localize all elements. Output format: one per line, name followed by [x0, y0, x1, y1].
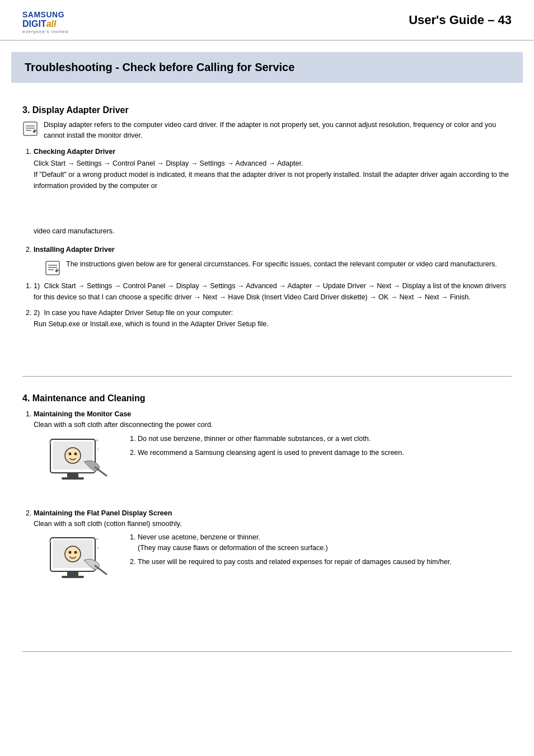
maint-item-2-title: Maintaining the Flat Panel Display Scree…: [34, 509, 172, 517]
header: SAMSUNG DIGITall everyone's Invited User…: [0, 0, 534, 41]
svg-text:✦: ✦: [95, 438, 99, 443]
maint-item-1-subtitle: Clean with a soft cloth after disconnect…: [34, 421, 213, 429]
note-icon-1: [22, 121, 38, 137]
digitall-logo-text: DIGITall: [22, 19, 68, 29]
bullet-2-2: The user will be required to pay costs a…: [138, 557, 452, 567]
main-content: 3. Display Adapter Driver Display adapte…: [0, 83, 534, 756]
item-2-note-text: The instructions given below are for gen…: [66, 259, 497, 270]
section-3: 3. Display Adapter Driver Display adapte…: [22, 105, 512, 330]
section-3-title: 3. Display Adapter Driver: [22, 105, 512, 115]
logo-area: SAMSUNG DIGITall everyone's Invited: [22, 10, 68, 34]
svg-rect-0: [24, 122, 37, 135]
guide-label: User's Guide: [409, 13, 484, 27]
svg-point-24: [69, 551, 72, 554]
item-1-content: Click Start → Settings → Control Panel →…: [34, 158, 512, 236]
maintenance-item-2: Maintaining the Flat Panel Display Scree…: [34, 508, 512, 589]
item-1-extra: video card manufacturers.: [34, 226, 512, 237]
subitem-2-1-text: Click Start → Settings → Control Panel →…: [34, 282, 506, 301]
maint-item-1-bullets: Do not use benzene, thinner or other fla…: [129, 434, 404, 462]
maint-item-2-content: ✦ ✦ ✦ Never use acetone, benzene or thin…: [34, 532, 512, 588]
item-2-sublist: 1) Click Start → Settings → Control Pane…: [34, 280, 512, 330]
svg-point-13: [65, 448, 81, 463]
section-3-item-2: Installing Adapter Driver The instru: [34, 245, 512, 330]
section-4-title: 4. Maintenance and Cleaning: [22, 393, 512, 403]
section-3-list: Checking Adapter Driver Click Start → Se…: [22, 147, 512, 330]
monitor-illustration-2: ✦ ✦ ✦: [45, 532, 118, 588]
svg-point-25: [74, 551, 77, 554]
tagline-text: everyone's Invited: [22, 29, 68, 34]
section-divider-2: [22, 651, 512, 652]
all-italic: all: [46, 19, 57, 29]
bullet-1-2: We recommend a Samsung cleansing agent i…: [138, 448, 404, 458]
note-icon-2: [45, 260, 60, 276]
subitem-2-1-num: 1): [34, 282, 40, 290]
page-title: Troubleshooting - Check before Calling f…: [25, 61, 509, 74]
footer-space: [22, 669, 512, 756]
page-container: SAMSUNG DIGITall everyone's Invited User…: [0, 0, 534, 756]
subitem-2-2: 2) In case you have Adapter Driver Setup…: [34, 307, 512, 330]
section-divider-1: [22, 376, 512, 377]
svg-rect-22: [62, 576, 84, 578]
section-3-note-text: Display adapter refers to the computer v…: [44, 120, 512, 141]
subitem-2-2-text: In case you have Adapter Driver Setup fi…: [34, 309, 269, 328]
maint-item-2-subtitle: Clean with a soft cloth (cotton flannel)…: [34, 520, 181, 528]
page-number: 43: [498, 13, 512, 27]
item-1-title: Checking Adapter Driver: [34, 148, 115, 156]
svg-text:✦: ✦: [48, 538, 52, 544]
svg-text:✦: ✦: [95, 537, 99, 542]
samsung-logo-text: SAMSUNG: [22, 10, 68, 19]
bullet-1-1: Do not use benzene, thinner or other fla…: [138, 434, 404, 444]
subitem-2-2-num: 2): [34, 309, 40, 317]
svg-rect-5: [46, 261, 59, 275]
item-1-text-1: Click Start → Settings → Control Panel →…: [34, 158, 512, 191]
svg-text:✦: ✦: [48, 440, 52, 446]
svg-rect-12: [62, 477, 84, 480]
item-2-note-row: The instructions given below are for gen…: [34, 259, 512, 276]
section-3-item-1: Checking Adapter Driver Click Start → Se…: [34, 147, 512, 237]
header-title: User's Guide – 43: [409, 13, 512, 27]
maintenance-item-1: Maintaining the Monitor Case Clean with …: [34, 409, 512, 490]
svg-text:✦: ✦: [96, 448, 99, 451]
maint-item-1-content: ✦ ✦ ✦ Do not use benzene, thinner or oth…: [34, 434, 512, 490]
monitor-illustration-1: ✦ ✦ ✦: [45, 434, 118, 490]
bullet-2-1: Never use acetone, benzene or thinner.(T…: [138, 532, 452, 553]
maint-item-2-bullets: Never use acetone, benzene or thinner.(T…: [129, 532, 452, 570]
page-title-bar: Troubleshooting - Check before Calling f…: [11, 52, 523, 83]
svg-rect-21: [67, 571, 78, 576]
subitem-2-1: 1) Click Start → Settings → Control Pane…: [34, 280, 512, 303]
svg-rect-11: [67, 473, 78, 477]
item-2-title: Installing Adapter Driver: [34, 246, 115, 253]
svg-point-15: [74, 452, 77, 455]
section-3-note-row: Display adapter refers to the computer v…: [22, 120, 512, 141]
section-4-list: Maintaining the Monitor Case Clean with …: [22, 409, 512, 588]
svg-text:✦: ✦: [96, 546, 99, 550]
svg-point-23: [65, 546, 81, 562]
svg-point-14: [69, 452, 72, 455]
dash-separator: –: [488, 13, 498, 27]
maint-item-1-title: Maintaining the Monitor Case: [34, 410, 131, 418]
section-4: 4. Maintenance and Cleaning Maintaining …: [22, 393, 512, 588]
